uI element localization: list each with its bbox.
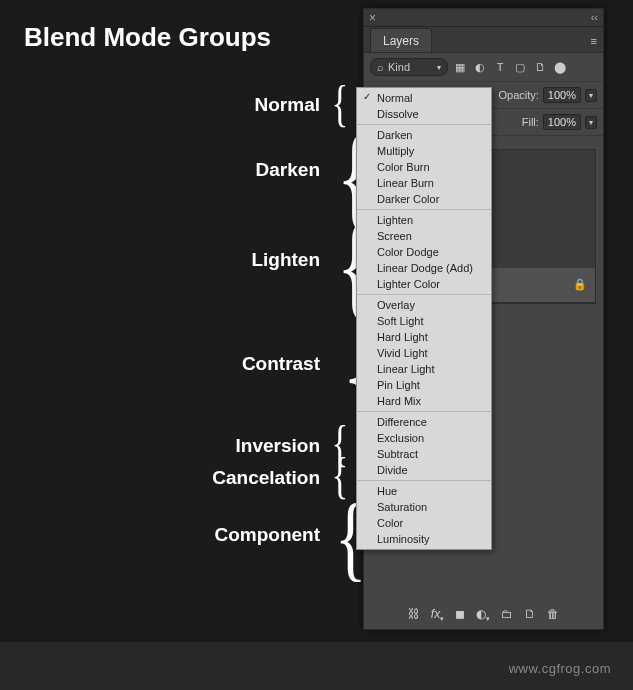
filter-adjust-icon[interactable]: ◐ xyxy=(472,59,488,75)
blend-mode-item[interactable]: Darker Color xyxy=(357,191,491,207)
blend-mode-item[interactable]: Normal xyxy=(357,90,491,106)
tab-bar: Layers ≡ xyxy=(364,27,603,53)
opacity-label: Opacity: xyxy=(499,89,539,101)
fill-value[interactable]: 100% xyxy=(543,114,581,130)
blend-mode-item[interactable]: Difference xyxy=(357,414,491,430)
collapse-icon[interactable]: ‹‹ xyxy=(591,11,598,23)
label-darken: Darken xyxy=(20,159,320,181)
filter-shape-icon[interactable]: ▢ xyxy=(512,59,528,75)
adjustment-icon[interactable]: ◐▾ xyxy=(476,607,490,623)
label-cancelation: Cancelation xyxy=(20,467,320,489)
close-icon[interactable]: × xyxy=(369,11,376,25)
blend-mode-item[interactable]: Lighten xyxy=(357,212,491,228)
label-inversion: Inversion xyxy=(20,435,320,457)
blend-mode-item[interactable]: Divide xyxy=(357,462,491,478)
filter-kind-label: Kind xyxy=(388,61,410,73)
fill-label: Fill: xyxy=(522,116,539,128)
filter-kind-select[interactable]: ⌕ Kind ▾ xyxy=(370,58,448,76)
filter-type-icon[interactable]: T xyxy=(492,59,508,75)
label-lighten: Lighten xyxy=(20,249,320,271)
blend-mode-item[interactable]: Lighter Color xyxy=(357,276,491,292)
blend-mode-item[interactable]: Pin Light xyxy=(357,377,491,393)
blend-mode-item[interactable]: Color Burn xyxy=(357,159,491,175)
page-title: Blend Mode Groups xyxy=(24,22,271,53)
blend-mode-item[interactable]: Linear Burn xyxy=(357,175,491,191)
blend-mode-item[interactable]: Dissolve xyxy=(357,106,491,122)
label-contrast: Contrast xyxy=(20,353,320,375)
blend-mode-item[interactable]: Color Dodge xyxy=(357,244,491,260)
blend-mode-item[interactable]: Hard Light xyxy=(357,329,491,345)
mask-icon[interactable]: ◼ xyxy=(455,607,465,623)
fx-icon[interactable]: fx▾ xyxy=(431,607,444,623)
blend-mode-item[interactable]: Hard Mix xyxy=(357,393,491,409)
opacity-value[interactable]: 100% xyxy=(543,87,581,103)
new-layer-icon[interactable]: 🗋 xyxy=(524,607,536,623)
label-component: Component xyxy=(20,524,320,546)
panel-menu-icon[interactable]: ≡ xyxy=(591,35,597,47)
search-icon: ⌕ xyxy=(377,61,384,73)
filter-smart-icon[interactable]: 🗋 xyxy=(532,59,548,75)
blend-mode-item[interactable]: Exclusion xyxy=(357,430,491,446)
blend-mode-item[interactable]: Saturation xyxy=(357,499,491,515)
label-normal: Normal xyxy=(20,94,320,116)
panel-footer: ⛓ fx▾ ◼ ◐▾ 🗀 🗋 🗑 xyxy=(364,607,603,623)
blend-mode-item[interactable]: Vivid Light xyxy=(357,345,491,361)
blend-mode-item[interactable]: Soft Light xyxy=(357,313,491,329)
blend-mode-item[interactable]: Hue xyxy=(357,483,491,499)
blend-mode-item[interactable]: Luminosity xyxy=(357,531,491,547)
filter-toggle-icon[interactable]: ⬤ xyxy=(552,59,568,75)
blend-mode-item[interactable]: Screen xyxy=(357,228,491,244)
blend-mode-item[interactable]: Overlay xyxy=(357,297,491,313)
blend-mode-dropdown[interactable]: NormalDissolveDarkenMultiplyColor BurnLi… xyxy=(356,87,492,550)
blend-mode-item[interactable]: Darken xyxy=(357,127,491,143)
footer-credit: www.cgfrog.com xyxy=(509,661,611,676)
layer-lock-icon: 🔒 xyxy=(573,278,587,291)
filter-pixel-icon[interactable]: ▦ xyxy=(452,59,468,75)
filter-row: ⌕ Kind ▾ ▦ ◐ T ▢ 🗋 ⬤ xyxy=(364,53,603,82)
blend-mode-item[interactable]: Subtract xyxy=(357,446,491,462)
fill-arrow[interactable]: ▾ xyxy=(585,116,597,129)
chevron-down-icon: ▾ xyxy=(437,63,441,72)
blend-mode-item[interactable]: Multiply xyxy=(357,143,491,159)
opacity-arrow[interactable]: ▾ xyxy=(585,89,597,102)
blend-mode-item[interactable]: Linear Dodge (Add) xyxy=(357,260,491,276)
link-icon[interactable]: ⛓ xyxy=(408,607,420,623)
delete-icon[interactable]: 🗑 xyxy=(547,607,559,623)
group-icon[interactable]: 🗀 xyxy=(501,607,513,623)
panel-header: × ‹‹ xyxy=(364,9,603,27)
tab-layers[interactable]: Layers xyxy=(370,28,432,52)
blend-mode-item[interactable]: Color xyxy=(357,515,491,531)
blend-mode-item[interactable]: Linear Light xyxy=(357,361,491,377)
